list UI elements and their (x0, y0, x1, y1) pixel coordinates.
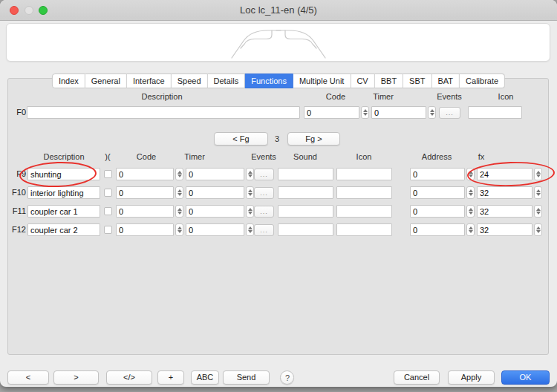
stepper-up-arrow[interactable] (536, 208, 541, 211)
stepper-down-arrow[interactable] (536, 230, 541, 233)
nav-next-button[interactable]: > (53, 370, 99, 385)
fx-input[interactable] (477, 205, 532, 218)
tab-functions[interactable]: Functions (245, 74, 293, 88)
fg-next-button[interactable]: Fg > (287, 132, 340, 146)
stepper-up-arrow[interactable] (363, 109, 368, 112)
code-input[interactable] (116, 205, 174, 218)
timer-stepper[interactable] (246, 223, 254, 236)
tab-interface[interactable]: Interface (127, 74, 172, 88)
stepper-up-arrow[interactable] (177, 208, 182, 211)
tab-multiple-unit[interactable]: Multiple Unit (293, 74, 351, 88)
tab-details[interactable]: Details (208, 74, 246, 88)
stepper-down-arrow[interactable] (536, 212, 541, 215)
address-stepper[interactable] (466, 186, 475, 199)
fx-stepper[interactable] (534, 168, 542, 180)
cancel-button[interactable]: Cancel (394, 370, 440, 385)
events-button[interactable]: ... (254, 206, 274, 218)
events-button[interactable]: ... (254, 224, 274, 236)
stepper-up-arrow[interactable] (536, 189, 541, 192)
f0-timer-input[interactable] (371, 106, 426, 119)
stepper-down-arrow[interactable] (248, 212, 253, 215)
stepper-up-arrow[interactable] (248, 189, 253, 192)
code-stepper[interactable] (175, 186, 183, 199)
code-view-button[interactable]: </> (106, 370, 152, 385)
tab-calibrate[interactable]: Calibrate (460, 74, 505, 88)
sound-input[interactable] (278, 205, 333, 218)
timer-input[interactable] (186, 186, 244, 199)
momentary-checkbox[interactable] (104, 189, 112, 197)
stepper-up-arrow[interactable] (248, 208, 253, 211)
stepper-down-arrow[interactable] (469, 212, 473, 215)
code-stepper[interactable] (175, 205, 183, 218)
address-input[interactable] (410, 205, 465, 218)
stepper-down-arrow[interactable] (177, 230, 182, 233)
stepper-down-arrow[interactable] (536, 193, 541, 196)
send-button[interactable]: Send (223, 370, 270, 385)
stepper-up-arrow[interactable] (248, 171, 253, 174)
tab-speed[interactable]: Speed (172, 74, 208, 88)
stepper-down-arrow[interactable] (248, 193, 253, 196)
description-input[interactable] (27, 205, 100, 218)
stepper-down-arrow[interactable] (469, 230, 473, 233)
sound-input[interactable] (278, 223, 333, 236)
stepper-up-arrow[interactable] (177, 226, 182, 229)
fx-stepper[interactable] (534, 186, 542, 199)
address-input[interactable] (410, 186, 465, 199)
f0-events-button[interactable]: ... (439, 107, 460, 119)
f0-code-stepper[interactable] (361, 106, 369, 119)
stepper-down-arrow[interactable] (363, 113, 368, 116)
tab-bat[interactable]: BAT (432, 74, 460, 88)
fg-prev-button[interactable]: < Fg (214, 132, 268, 146)
code-input[interactable] (116, 223, 174, 236)
stepper-down-arrow[interactable] (430, 113, 434, 116)
icon-input[interactable] (336, 223, 392, 236)
code-stepper[interactable] (175, 223, 183, 236)
tab-sbt[interactable]: SBT (403, 74, 431, 88)
stepper-up-arrow[interactable] (469, 226, 473, 229)
fx-input[interactable] (477, 186, 532, 199)
timer-stepper[interactable] (246, 168, 254, 180)
nav-prev-button[interactable]: < (7, 370, 49, 385)
events-button[interactable]: ... (254, 187, 274, 199)
sound-input[interactable] (278, 186, 333, 199)
sound-input[interactable] (278, 168, 333, 180)
momentary-checkbox[interactable] (104, 170, 112, 178)
code-input[interactable] (116, 168, 174, 180)
stepper-down-arrow[interactable] (177, 193, 182, 196)
stepper-down-arrow[interactable] (177, 212, 182, 215)
address-stepper[interactable] (466, 168, 475, 180)
fx-stepper[interactable] (534, 205, 542, 218)
timer-stepper[interactable] (246, 205, 254, 218)
abc-button[interactable]: ABC (191, 370, 219, 385)
fx-stepper[interactable] (534, 223, 542, 236)
momentary-checkbox[interactable] (104, 207, 112, 215)
stepper-down-arrow[interactable] (469, 174, 473, 177)
timer-input[interactable] (186, 168, 244, 180)
stepper-down-arrow[interactable] (536, 174, 541, 177)
code-input[interactable] (116, 186, 174, 199)
timer-input[interactable] (186, 223, 244, 236)
description-input[interactable] (27, 168, 100, 180)
icon-input[interactable] (336, 186, 392, 199)
f0-description-input[interactable] (27, 106, 300, 119)
stepper-down-arrow[interactable] (248, 174, 253, 177)
ok-button[interactable]: OK (501, 370, 550, 385)
address-input[interactable] (410, 223, 465, 236)
stepper-up-arrow[interactable] (469, 189, 473, 192)
f0-icon-input[interactable] (468, 106, 522, 119)
stepper-up-arrow[interactable] (430, 109, 434, 112)
tab-general[interactable]: General (85, 74, 127, 88)
tab-cv[interactable]: CV (351, 74, 374, 88)
stepper-up-arrow[interactable] (469, 208, 473, 211)
description-input[interactable] (27, 186, 100, 199)
tab-index[interactable]: Index (52, 74, 85, 88)
stepper-up-arrow[interactable] (469, 171, 473, 174)
address-stepper[interactable] (466, 223, 475, 236)
code-stepper[interactable] (175, 168, 183, 180)
stepper-down-arrow[interactable] (248, 230, 253, 233)
apply-button[interactable]: Apply (448, 370, 495, 385)
timer-stepper[interactable] (246, 186, 254, 199)
address-stepper[interactable] (466, 205, 475, 218)
help-button[interactable]: ? (280, 370, 294, 385)
fx-input[interactable] (477, 223, 532, 236)
